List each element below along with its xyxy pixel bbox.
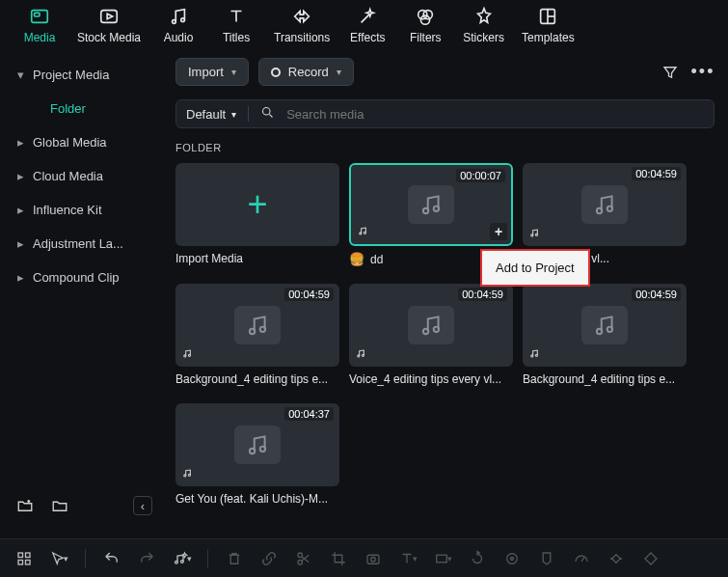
media-card-import: + Import Media (175, 163, 339, 266)
media-thumb[interactable]: 00:04:59 (523, 163, 687, 246)
render-icon[interactable] (640, 548, 661, 569)
sort-dropdown[interactable]: Default ▾ (186, 107, 236, 122)
audio-badge-icon (528, 346, 542, 363)
media-caption: Background_4 editing tips e... (523, 372, 687, 386)
tab-label: Templates (522, 31, 575, 44)
reverse-icon[interactable] (467, 548, 488, 569)
speed-icon[interactable] (571, 548, 592, 569)
grid-view-icon[interactable] (13, 548, 35, 569)
color-icon[interactable] (501, 548, 523, 569)
sidebar-item-label: Influence Kit (33, 203, 102, 217)
sidebar-item-influence-kit[interactable]: ▸ Influence Kit (8, 193, 158, 227)
media-card: 00:04:37 Get You (feat. Kali Uchis)-M... (175, 403, 339, 506)
sidebar-item-project-media[interactable]: ▾ Project Media (8, 58, 158, 92)
svg-point-17 (364, 232, 365, 234)
button-label: Record (288, 65, 329, 79)
ai-tools-icon[interactable]: ▾ (171, 548, 192, 569)
crop-icon[interactable] (328, 548, 349, 569)
tab-label: Transitions (274, 31, 330, 44)
svg-marker-53 (645, 553, 657, 564)
keyframe-icon[interactable] (606, 548, 627, 569)
svg-line-51 (581, 557, 584, 562)
media-thumb[interactable]: 00:04:59 (175, 284, 339, 367)
svg-point-20 (531, 234, 533, 236)
tab-transitions[interactable]: Transitions (274, 6, 330, 44)
button-label: Import (188, 65, 224, 79)
new-folder-plus-icon[interactable] (13, 494, 37, 517)
add-to-project-button[interactable]: + (490, 223, 507, 240)
text-icon[interactable]: ▾ (397, 548, 418, 569)
sidebar-item-label: Global Media (33, 135, 107, 150)
svg-rect-2 (101, 11, 118, 23)
tab-templates[interactable]: Templates (522, 6, 575, 44)
link-icon[interactable] (258, 548, 280, 569)
chevron-down-icon: ▾ (231, 67, 236, 77)
section-title: FOLDER (175, 142, 715, 153)
svg-point-23 (260, 327, 265, 332)
tab-label: Stock Media (77, 31, 141, 44)
record-button[interactable]: Record ▾ (258, 58, 354, 86)
media-thumb[interactable]: 00:04:59 (523, 284, 687, 367)
tab-stickers[interactable]: Stickers (463, 6, 504, 44)
svg-point-47 (371, 557, 376, 562)
sort-label: Default (186, 107, 226, 122)
search-input[interactable] (286, 107, 704, 122)
sidebar-item-label: Folder (50, 101, 86, 116)
snapshot-icon[interactable] (363, 548, 384, 569)
audio-badge-icon (528, 226, 542, 242)
svg-point-7 (423, 11, 432, 19)
undo-icon[interactable] (101, 548, 122, 569)
aspect-icon[interactable]: ▾ (432, 548, 453, 569)
svg-point-32 (531, 355, 533, 357)
duration-badge: 00:04:37 (284, 407, 334, 421)
svg-point-8 (421, 15, 430, 24)
media-thumb[interactable]: 00:04:37 (175, 403, 339, 486)
divider (248, 106, 249, 122)
sidebar-item-adjustment-layer[interactable]: ▸ Adjustment La... (8, 227, 158, 261)
svg-point-49 (507, 553, 518, 563)
chevron-right-icon: ▸ (17, 236, 25, 251)
tab-label: Stickers (463, 31, 504, 44)
chevron-down-icon: ▾ (17, 68, 25, 82)
svg-point-25 (188, 354, 190, 356)
sidebar-item-label: Adjustment La... (33, 236, 123, 251)
tab-media[interactable]: Media (19, 6, 60, 44)
svg-point-28 (358, 355, 360, 357)
svg-point-22 (250, 329, 255, 334)
duration-badge: 00:04:59 (284, 288, 334, 301)
chevron-right-icon: ▸ (17, 169, 25, 183)
tab-label: Filters (410, 31, 442, 44)
chevron-right-icon: ▸ (17, 135, 25, 150)
import-button[interactable]: Import ▾ (175, 58, 249, 86)
audio-badge-icon (355, 346, 368, 363)
record-icon (271, 68, 281, 77)
svg-rect-39 (26, 553, 31, 558)
tab-effects[interactable]: Effects (347, 6, 388, 44)
sidebar-item-cloud-media[interactable]: ▸ Cloud Media (8, 159, 158, 193)
sidebar-item-compound-clip[interactable]: ▸ Compound Clip (8, 261, 158, 294)
collapse-sidebar-button[interactable]: ‹ (133, 496, 152, 515)
audio-badge-icon (181, 466, 195, 482)
tab-filters[interactable]: Filters (405, 6, 445, 44)
music-note-icon (581, 185, 628, 224)
top-tab-bar: Media Stock Media Audio Titles Transitio… (0, 0, 728, 48)
more-icon[interactable]: ••• (691, 61, 715, 84)
tab-stock-media[interactable]: Stock Media (77, 6, 141, 44)
split-icon[interactable] (293, 548, 314, 569)
tab-audio[interactable]: Audio (158, 6, 199, 44)
svg-point-15 (434, 206, 439, 211)
filter-icon[interactable] (659, 61, 682, 84)
media-thumb[interactable]: 00:04:59 (349, 284, 513, 367)
delete-icon[interactable] (224, 548, 245, 569)
redo-icon[interactable] (136, 548, 157, 569)
sidebar-item-folder[interactable]: Folder (8, 92, 158, 125)
sidebar-item-global-media[interactable]: ▸ Global Media (8, 125, 158, 159)
clip-emoji-icon: 🍔 (349, 252, 364, 266)
tab-titles[interactable]: Titles (216, 6, 256, 44)
tab-label: Audio (164, 31, 194, 44)
marker-icon[interactable] (536, 548, 557, 569)
media-thumb[interactable]: 00:00:07 + (349, 163, 513, 246)
import-media-thumb[interactable]: + (175, 163, 339, 246)
new-folder-icon[interactable] (48, 494, 71, 517)
cursor-icon[interactable]: ▾ (48, 548, 69, 569)
